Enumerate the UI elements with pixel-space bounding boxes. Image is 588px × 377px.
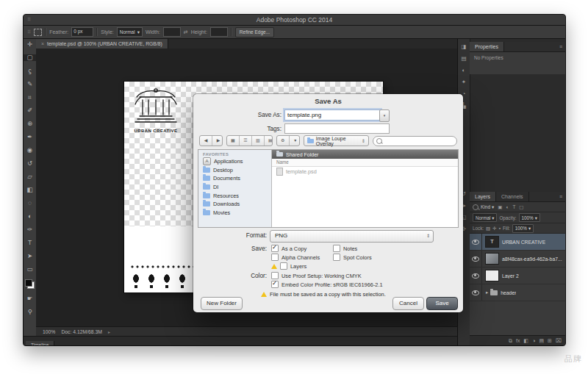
new-folder-button[interactable]: New Folder <box>201 297 243 310</box>
opacity-dropdown[interactable]: 100% ▾ <box>519 213 540 222</box>
checkbox-alpha-channels[interactable]: Alpha Channels <box>271 254 320 261</box>
expand-dialog-button[interactable]: ▾ <box>379 109 390 122</box>
quick-selection-tool[interactable]: ✎ <box>24 81 36 87</box>
status-menu-icon[interactable]: ▸ <box>108 329 110 334</box>
visibility-toggle[interactable] <box>470 268 482 284</box>
search-field[interactable] <box>373 136 457 146</box>
visibility-toggle[interactable] <box>470 284 482 301</box>
gradient-tool[interactable]: ◧ <box>24 187 36 193</box>
color-panel-icon[interactable]: ◨ <box>461 44 466 50</box>
sidebar-item-downloads[interactable]: Downloads <box>198 200 271 209</box>
styles-panel-icon[interactable]: ✦ <box>462 79 466 85</box>
icon-view-button[interactable]: ▦ <box>227 136 240 146</box>
filter-shape-layers-icon[interactable]: ▢ <box>519 204 523 210</box>
file-row-template-psd[interactable]: template.psd <box>272 167 458 176</box>
adjustments-panel-icon[interactable]: ◐ <box>462 68 466 73</box>
filter-adjustment-layers-icon[interactable]: ◐ <box>506 204 509 209</box>
tab-channels[interactable]: Channels <box>496 192 529 201</box>
layer-style-icon[interactable]: fx <box>516 336 520 345</box>
link-layers-icon[interactable]: ⧉ <box>509 336 512 345</box>
height-input[interactable] <box>210 27 228 37</box>
disclosure-triangle-icon[interactable]: ▸ <box>486 290 488 295</box>
layer-row-layer-2[interactable]: Layer 2 <box>470 268 565 284</box>
dodge-tool[interactable]: ◐ <box>24 213 36 220</box>
checkbox-as-a-copy[interactable]: ✓ As a Copy <box>271 245 306 252</box>
checkbox-layers[interactable]: Layers <box>271 262 306 270</box>
checkbox-use-proof-setup[interactable]: Use Proof Setup: Working CMYK <box>271 272 362 279</box>
move-tool[interactable]: ✛ <box>24 41 36 48</box>
format-dropdown[interactable]: PNG ⇕ <box>270 230 434 243</box>
lock-position-icon[interactable]: ✛ <box>492 226 496 231</box>
save-button[interactable]: Save <box>426 297 458 310</box>
history-brush-tool[interactable]: ↺ <box>24 160 36 167</box>
refine-edge-button[interactable]: Refine Edge... <box>235 27 274 37</box>
healing-brush-tool[interactable]: ⊕ <box>24 121 36 127</box>
panel-menu-icon[interactable]: ≡ <box>559 192 565 201</box>
brush-tool[interactable]: ✒ <box>24 134 36 140</box>
delete-layer-icon[interactable]: ⌧ <box>556 336 562 345</box>
kind-filter-dropdown[interactable]: Kind ▾ <box>481 204 494 210</box>
type-tool[interactable]: T <box>24 240 36 246</box>
feather-input[interactable]: 0 px <box>71 27 93 37</box>
back-button[interactable]: ◀ <box>200 136 212 146</box>
document-tab[interactable]: × template.psd @ 100% (URBAN CREATIVE, R… <box>36 39 168 49</box>
lock-all-icon[interactable]: ▪ <box>499 226 501 231</box>
blend-mode-dropdown[interactable]: Normal ▾ <box>473 213 497 222</box>
close-icon[interactable]: × <box>41 41 44 46</box>
clone-stamp-tool[interactable]: ◉ <box>24 147 36 154</box>
sidebar-item-applications[interactable]: A Applications <box>198 157 271 166</box>
eyedropper-tool[interactable]: ✐ <box>24 107 36 114</box>
fill-dropdown[interactable]: 100% ▾ <box>512 224 534 233</box>
sidebar-item-di[interactable]: DI <box>198 183 271 192</box>
panel-menu-icon[interactable]: ≡ <box>559 42 565 51</box>
chevron-down-icon[interactable]: ▾ <box>290 136 300 146</box>
rectangular-marquee-tool[interactable]: ▢ <box>24 54 36 61</box>
new-group-icon[interactable]: ▤ <box>539 336 544 345</box>
lock-transparency-icon[interactable]: ▨ <box>486 226 490 231</box>
layer-mask-icon[interactable]: ◧ <box>524 336 529 345</box>
zoom-level[interactable]: 100% <box>43 329 55 334</box>
sidebar-item-documents[interactable]: Documents <box>198 174 271 183</box>
color-swatches[interactable] <box>25 279 35 289</box>
list-view-button[interactable]: ☰ <box>240 136 252 146</box>
swatches-panel-icon[interactable]: ▤ <box>461 56 466 62</box>
style-dropdown[interactable]: Normal ▾ <box>117 27 143 37</box>
path-selection-tool[interactable]: ➤ <box>24 253 36 259</box>
cancel-button[interactable]: Cancel <box>392 297 424 310</box>
marquee-tool-icon[interactable] <box>34 29 42 36</box>
new-layer-icon[interactable]: ⊞ <box>548 336 552 345</box>
adjustment-layer-icon[interactable]: ◑ <box>532 336 535 345</box>
location-popup[interactable]: Image Loupe Overlay ⇕ <box>304 135 369 146</box>
filter-pixel-layers-icon[interactable]: ▣ <box>498 204 502 210</box>
forward-button[interactable]: ▶ <box>212 136 223 146</box>
layer-row-header-group[interactable]: ▸ header <box>470 284 565 301</box>
sidebar-item-movies[interactable]: Movies <box>198 209 271 218</box>
filename-input[interactable]: template.png <box>284 109 381 121</box>
width-input[interactable] <box>163 27 181 37</box>
checkbox-notes[interactable]: Notes <box>333 245 357 252</box>
sidebar-item-desktop[interactable]: Desktop <box>198 166 271 175</box>
crop-tool[interactable]: ⌗ <box>24 94 36 101</box>
tab-timeline[interactable]: Timeline <box>26 341 54 346</box>
tags-input[interactable] <box>284 123 390 134</box>
layer-row-image[interactable]: a8f48cax-ea9d-462a-ba7... <box>470 251 565 268</box>
visibility-toggle[interactable] <box>470 234 482 250</box>
foreground-color-swatch[interactable] <box>25 279 32 287</box>
column-view-button[interactable]: ▥ <box>252 136 265 146</box>
gear-icon[interactable]: ⚙ <box>277 136 290 146</box>
eraser-tool[interactable]: ▱ <box>24 173 36 180</box>
name-column-header[interactable]: Name <box>272 159 458 167</box>
hand-tool[interactable]: ☛ <box>24 295 36 302</box>
tab-properties[interactable]: Properties <box>470 42 504 51</box>
tab-layers[interactable]: Layers <box>470 192 496 201</box>
lasso-tool[interactable]: ϛ <box>24 68 36 74</box>
filter-type-layers-icon[interactable]: T <box>512 204 515 209</box>
shape-tool[interactable]: ▭ <box>24 266 36 273</box>
sidebar-item-resources[interactable]: Resources <box>198 191 271 200</box>
layer-row-urban-creative[interactable]: T URBAN CREATIVE <box>470 234 565 251</box>
link-dimensions-icon[interactable]: ⇄ <box>184 29 188 35</box>
checkbox-spot-colors[interactable]: Spot Colors <box>333 254 372 261</box>
zoom-tool[interactable]: ⚲ <box>24 309 36 315</box>
visibility-toggle[interactable] <box>470 251 482 267</box>
coverflow-view-button[interactable]: ▤ <box>265 136 273 146</box>
